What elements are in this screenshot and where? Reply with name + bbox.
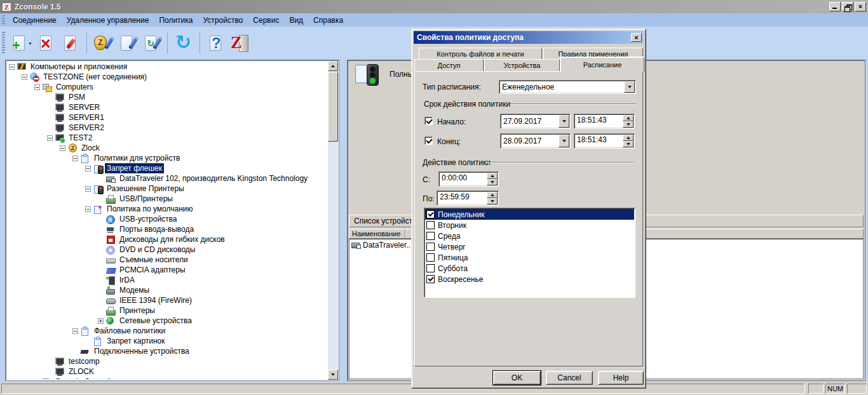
tree-item[interactable]: SERVER1	[7, 112, 327, 123]
expand-minus-icon[interactable]	[85, 206, 91, 212]
expand-plus-icon[interactable]	[34, 379, 40, 380]
menu-gripper[interactable]	[2, 15, 5, 25]
ok-button[interactable]: OK	[493, 371, 541, 385]
close-button[interactable]: ×	[855, 2, 866, 11]
scroll-up-icon[interactable]	[328, 61, 338, 71]
chevron-down-icon[interactable]	[624, 81, 635, 93]
chevron-down-icon[interactable]	[559, 115, 569, 128]
menu-item-1[interactable]: Удаленное управление	[62, 14, 154, 27]
menu-item-5[interactable]: Вид	[284, 14, 308, 27]
unchecked-checkbox[interactable]	[426, 243, 435, 251]
tree-item[interactable]: USB/Принтеры	[7, 194, 327, 204]
from-time-spinner[interactable]: 0:00:00	[438, 171, 499, 187]
tab-access[interactable]: Доступ	[414, 59, 484, 71]
tree-item[interactable]: SERVER	[7, 102, 327, 112]
checked-checkbox[interactable]	[426, 275, 435, 283]
unchecked-checkbox[interactable]	[426, 264, 435, 272]
tree-item[interactable]: Запрет картинок	[7, 336, 327, 346]
spin-up-icon[interactable]	[623, 135, 634, 141]
to-time-spinner[interactable]: 23:59:59	[437, 191, 499, 206]
checked-checkbox[interactable]	[426, 210, 435, 218]
tree-item[interactable]: Модемы	[7, 285, 327, 295]
tree-item[interactable]: Политика по умолчанию	[7, 204, 327, 214]
weekday-row[interactable]: Четверг	[425, 241, 634, 252]
tab-devices[interactable]: Устройства	[484, 59, 560, 71]
about-zlock-button[interactable]	[229, 30, 252, 56]
tree-item[interactable]: Файловые политики	[7, 326, 327, 336]
expand-minus-icon[interactable]	[22, 74, 27, 80]
tree-item[interactable]: Дисководы для гибких дисков	[7, 234, 327, 244]
tree-item[interactable]: Computers	[7, 82, 327, 92]
tree-item[interactable]: DVD и CD дисководы	[7, 244, 327, 255]
spin-down-icon[interactable]	[623, 121, 634, 128]
expand-minus-icon[interactable]	[72, 328, 78, 334]
end-time-spinner[interactable]: 18:51:43	[574, 133, 635, 149]
tree-item[interactable]: Domain Controllers	[7, 377, 327, 379]
scrollbar-thumb[interactable]	[328, 72, 338, 142]
column-name[interactable]: Наименование	[349, 229, 405, 239]
tree-item[interactable]: Порты ввода-вывода	[7, 224, 327, 234]
tree-item[interactable]: IrDA	[7, 275, 327, 285]
tree-item[interactable]: Сетевые устройства	[7, 316, 327, 326]
unchecked-checkbox[interactable]	[426, 232, 435, 240]
spin-up-icon[interactable]	[487, 173, 498, 179]
help-button[interactable]: Help	[598, 371, 644, 385]
expand-minus-icon[interactable]	[34, 84, 40, 90]
tree-item[interactable]: TEST2	[7, 133, 327, 143]
weekday-row[interactable]: Понедельник	[425, 209, 634, 220]
toolbar-gripper[interactable]	[2, 32, 5, 55]
expand-minus-icon[interactable]	[85, 166, 91, 171]
start-time-spinner[interactable]: 18:51:43	[574, 114, 635, 129]
menu-item-4[interactable]: Сервис	[248, 14, 284, 27]
refresh-button[interactable]	[172, 30, 195, 56]
tree-item[interactable]: PCMCIA адаптеры	[7, 265, 327, 275]
menu-item-0[interactable]: Соединение	[8, 14, 62, 27]
spin-down-icon[interactable]	[487, 198, 498, 204]
spin-up-icon[interactable]	[623, 115, 634, 121]
spin-up-icon[interactable]	[487, 192, 498, 198]
tree-item[interactable]: USB-устройства	[7, 214, 327, 224]
tree-item[interactable]: Принтеры	[7, 305, 327, 316]
tree-item[interactable]: Разешение Принтеры	[7, 184, 327, 194]
delete-policy-button[interactable]	[35, 30, 58, 56]
weekday-row[interactable]: Среда	[425, 231, 634, 241]
tree-item[interactable]: Zlock	[7, 143, 327, 153]
tree-item[interactable]: ZLOCK	[7, 366, 327, 377]
tree-item[interactable]: Политики для устройств	[7, 153, 327, 163]
tree-item[interactable]: Компьютеры и приложения	[7, 62, 327, 72]
weekday-row[interactable]: Пятница	[425, 252, 634, 263]
unchecked-checkbox[interactable]	[426, 221, 435, 229]
weekday-row[interactable]: Воскресенье	[425, 274, 634, 285]
tab-file-print-control[interactable]: Контроль файлов и печати	[419, 48, 542, 60]
expand-minus-icon[interactable]	[47, 135, 53, 141]
menu-item-3[interactable]: Устройство	[198, 14, 248, 27]
tree-item[interactable]: DataTraveler 102, производитель Kingston…	[7, 173, 327, 184]
chevron-down-icon[interactable]	[559, 135, 569, 147]
weekday-row[interactable]: Вторник	[425, 220, 634, 231]
weekday-row[interactable]: Суббота	[425, 263, 634, 274]
dialog-close-icon[interactable]: ×	[631, 33, 642, 42]
spin-down-icon[interactable]	[487, 179, 498, 185]
tree-item[interactable]: Съемные носители	[7, 255, 327, 265]
tree-item[interactable]: Запрет флешек	[7, 163, 327, 173]
schedule-type-combo[interactable]: Еженедельное	[499, 80, 636, 94]
expand-minus-icon[interactable]	[85, 186, 91, 192]
zlock-settings-button[interactable]	[92, 30, 114, 56]
expand-plus-icon[interactable]	[98, 318, 104, 324]
start-date-picker[interactable]: 27.09.2017	[500, 114, 571, 129]
restore-button[interactable]	[842, 2, 853, 11]
tree-item[interactable]: SERVER2	[7, 123, 327, 133]
sync-config-button[interactable]	[140, 30, 163, 56]
help-button[interactable]	[205, 30, 227, 56]
tree-item[interactable]: PSM	[7, 92, 327, 102]
end-date-picker[interactable]: 28.09.2017	[500, 133, 571, 149]
tree-item[interactable]: testcomp	[7, 356, 327, 366]
minimize-button[interactable]	[829, 2, 841, 11]
tree-scrollbar[interactable]	[328, 61, 338, 380]
expand-minus-icon[interactable]	[60, 145, 65, 151]
tree-item[interactable]: Подключенные устройства	[7, 346, 327, 356]
unchecked-checkbox[interactable]	[426, 253, 435, 262]
cancel-button[interactable]: Cancel	[546, 371, 593, 385]
end-checkbox[interactable]	[424, 137, 433, 145]
menu-item-2[interactable]: Политика	[154, 14, 198, 27]
